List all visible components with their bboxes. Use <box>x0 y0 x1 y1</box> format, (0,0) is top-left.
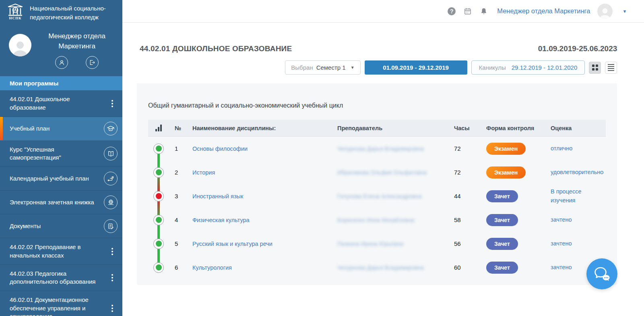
grade-value[interactable]: отлично <box>547 144 606 153</box>
row-number: 2 <box>169 169 189 176</box>
row-number: 3 <box>169 193 189 200</box>
table-row: 3 Иностранный язык Гилунова Елена Алекса… <box>148 184 606 208</box>
teacher-link[interactable]: Борисенко Инна Михайловна <box>337 217 414 223</box>
logout-icon[interactable] <box>86 56 99 69</box>
discipline-link[interactable]: Иностранный язык <box>192 193 243 200</box>
list-view-icon <box>608 64 614 71</box>
sidebar-item-program-44-02-01[interactable]: 44.02.01 Дошкольное образование <box>0 90 122 117</box>
holidays-label: Каникулы <box>479 64 506 71</box>
status-ring <box>153 215 164 225</box>
profile-icon[interactable] <box>55 56 68 69</box>
topbar-avatar[interactable] <box>597 4 613 19</box>
semester-select[interactable]: Выбран Семестр 1 ▼ <box>285 60 360 75</box>
grade-value[interactable]: В процессе изучения <box>547 187 606 204</box>
holidays-dates: 29.12.2019 - 12.01.2020 <box>512 64 577 71</box>
grade-value[interactable]: зачтено <box>547 216 606 224</box>
sidebar-item-program-44-02-03[interactable]: 44.02.03 Педагогика дополнительного обра… <box>0 265 122 291</box>
route-flag-icon <box>104 172 118 185</box>
grade-value[interactable]: удовлетворительно <box>547 168 606 177</box>
program-period: 01.09.2019-25.06.2023 <box>538 44 617 53</box>
hours-value: 58 <box>451 216 483 223</box>
kebab-menu-icon[interactable] <box>109 274 116 281</box>
main-area: ? Менеджер отдела Маркетинга <box>122 0 644 316</box>
table-row: 6 Культурология Чепурнова Дарья Владимир… <box>148 256 606 279</box>
sidebar-item-program-46-02-01[interactable]: 46.02.01 Документационное обеспечение уп… <box>0 291 122 316</box>
help-icon[interactable]: ? <box>447 7 456 16</box>
document-icon <box>104 219 118 233</box>
row-number: 6 <box>169 264 189 271</box>
discipline-link[interactable]: Культурология <box>192 264 232 271</box>
user-avatar <box>9 34 31 56</box>
person-silhouette-icon <box>9 36 31 56</box>
globe-book-icon <box>104 195 118 209</box>
table-body: 1 Основы философии Чепурнова Дарья Влади… <box>148 137 606 279</box>
sidebar-item-program-44-02-02[interactable]: 44.02.02 Преподавание в начальных класса… <box>0 238 122 265</box>
status-ring <box>153 262 164 273</box>
teacher-link[interactable]: Пинкина Ирина Юрьевна <box>337 241 403 247</box>
kebab-menu-icon[interactable] <box>109 248 116 255</box>
table-header: № Наименование дисциплины: Преподаватель… <box>148 120 606 137</box>
sidebar-section-my-programs[interactable]: Мои программы <box>0 76 122 90</box>
hours-value: 72 <box>451 145 483 152</box>
status-dot <box>156 241 162 247</box>
teacher-link[interactable]: Чепурнова Дарья Владимировна <box>337 264 424 271</box>
status-dot <box>156 264 162 270</box>
semester-select-label: Выбран <box>291 64 313 71</box>
discipline-link[interactable]: Физическая культура <box>192 217 250 223</box>
topbar-user-name[interactable]: Менеджер отдела Маркетинга <box>497 7 590 15</box>
status-ring <box>153 167 164 178</box>
status-ring <box>153 239 164 249</box>
sidebar-user-block: Менеджер отдела Маркетинга <box>0 25 122 72</box>
table-row: 4 Физическая культура Борисенко Инна Мих… <box>148 208 606 232</box>
teacher-link[interactable]: Ибрагимова Ольфия Ольфатовна <box>337 169 427 176</box>
kebab-menu-icon[interactable] <box>109 100 116 107</box>
status-dot <box>156 217 162 223</box>
sidebar-user-name: Менеджер отдела Маркетинга <box>37 31 117 51</box>
list-view-toggle[interactable] <box>605 62 617 74</box>
user-menu-caret-icon[interactable]: ▼ <box>622 9 627 14</box>
grid-view-icon <box>592 64 598 71</box>
discipline-link[interactable]: Русский язык и культура речи <box>192 241 272 247</box>
sidebar-item-course-self-presentation[interactable]: Курс "Успешная самопрезентация" <box>0 141 122 167</box>
sidebar-header: НСПК Национальный социально-педагогическ… <box>0 0 122 25</box>
grid-view-toggle[interactable] <box>589 62 601 74</box>
status-dot <box>156 146 162 152</box>
college-logo-text: НСПК <box>9 16 21 20</box>
control-badge: Зачет <box>486 214 518 226</box>
hours-value: 44 <box>451 193 483 200</box>
row-number: 1 <box>169 145 189 152</box>
control-badge: Зачет <box>486 190 518 202</box>
hours-value: 60 <box>451 264 483 271</box>
person-silhouette-icon <box>597 5 613 19</box>
grade-value[interactable]: зачтено <box>547 239 606 248</box>
table-row: 1 Основы философии Чепурнова Дарья Влади… <box>148 137 606 160</box>
chat-fab-button[interactable] <box>586 258 617 289</box>
kebab-menu-icon[interactable] <box>109 305 116 312</box>
col-header-num: № <box>169 125 189 131</box>
controls-row: Выбран Семестр 1 ▼ 01.09.2019 - 29.12.20… <box>122 60 617 75</box>
table-row: 2 История Ибрагимова Ольфия Ольфатовна 7… <box>148 160 606 184</box>
sidebar-item-calendar-plan[interactable]: Календарный учебный план <box>0 167 122 191</box>
cycle-section-title: Общий гуманитарный и социально-экономиче… <box>148 102 606 109</box>
holidays-button[interactable]: Каникулы 29.12.2019 - 12.01.2020 <box>471 60 585 75</box>
col-header-hours: Часы <box>451 125 483 131</box>
calendar-icon[interactable] <box>463 7 472 16</box>
control-badge: Зачет <box>486 238 518 250</box>
status-ring <box>153 191 164 202</box>
col-header-discipline: Наименование дисциплины: <box>189 125 306 131</box>
teacher-link[interactable]: Гилунова Елена Александровна <box>337 193 422 200</box>
discipline-link[interactable]: Основы философии <box>192 146 248 152</box>
discipline-link[interactable]: История <box>192 169 215 176</box>
sidebar-item-gradebook[interactable]: Электронная зачетная книжка <box>0 191 122 214</box>
sidebar-item-documents[interactable]: Документы <box>0 214 122 238</box>
hours-value: 56 <box>451 240 483 247</box>
sidebar-item-study-plan[interactable]: Учебный план <box>0 117 122 141</box>
chat-bubbles-icon <box>593 266 611 282</box>
notifications-bell-icon[interactable] <box>479 7 488 16</box>
active-period-button[interactable]: 01.09.2019 - 29.12.2019 <box>365 60 467 75</box>
teacher-link[interactable]: Чепурнова Дарья Владимировна <box>337 146 424 152</box>
open-book-icon <box>104 147 118 160</box>
status-dot <box>156 193 162 199</box>
col-header-grade: Оценка <box>547 125 606 131</box>
page-title: 44.02.01 ДОШКОЛЬНОЕ ОБРАЗОВАНИЕ <box>140 44 292 53</box>
